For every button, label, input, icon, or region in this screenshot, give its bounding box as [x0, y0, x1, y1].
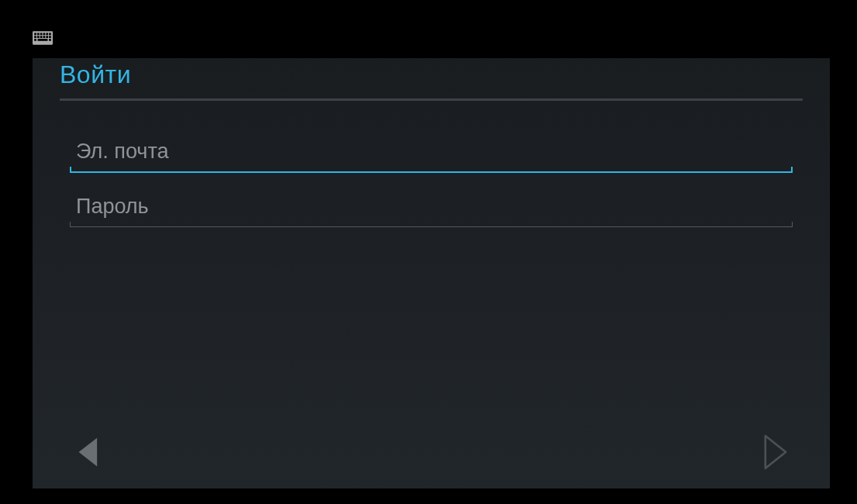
svg-rect-13: [34, 39, 36, 41]
svg-rect-11: [46, 36, 48, 38]
svg-rect-12: [49, 36, 51, 38]
svg-rect-9: [40, 36, 43, 38]
chevron-left-icon: [74, 436, 99, 471]
next-button[interactable]: [756, 432, 795, 475]
svg-rect-10: [43, 36, 46, 38]
svg-rect-4: [43, 33, 46, 36]
svg-rect-1: [34, 33, 36, 36]
svg-rect-14: [49, 39, 51, 41]
chevron-right-icon: [761, 433, 790, 475]
title-divider: [60, 98, 803, 101]
password-field[interactable]: [70, 190, 793, 227]
email-field-wrapper: [70, 135, 793, 173]
svg-rect-3: [40, 33, 43, 36]
email-field[interactable]: [70, 135, 793, 173]
svg-rect-6: [49, 33, 51, 36]
svg-rect-15: [38, 39, 48, 41]
nav-buttons: [67, 432, 795, 475]
svg-rect-5: [46, 33, 48, 36]
status-bar: [33, 31, 53, 48]
back-button[interactable]: [67, 432, 106, 475]
page-title: Войти: [33, 58, 830, 98]
keyboard-icon: [33, 34, 53, 47]
svg-rect-8: [37, 36, 40, 38]
password-field-wrapper: [70, 190, 793, 227]
svg-rect-7: [34, 36, 36, 38]
login-form: [33, 135, 830, 227]
svg-rect-2: [37, 33, 40, 36]
login-panel: Войти: [33, 58, 830, 488]
